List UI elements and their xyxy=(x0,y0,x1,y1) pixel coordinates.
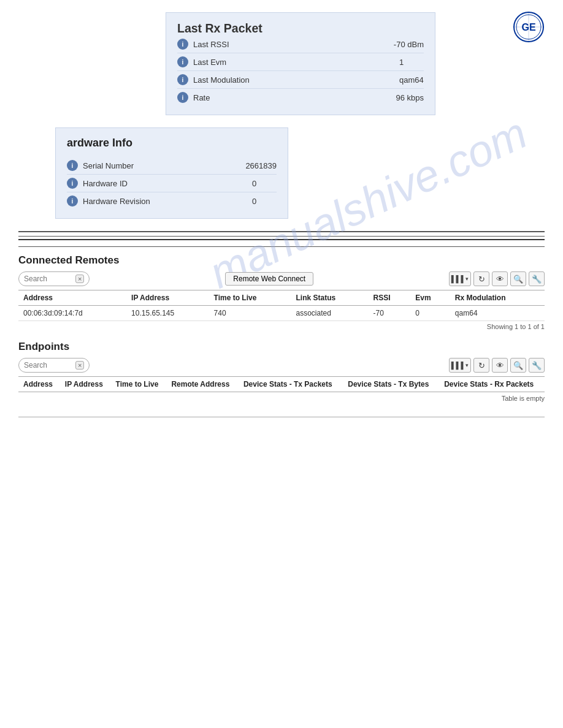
ep-col-device-stats-tx-packets: Device Stats - Tx Packets xyxy=(239,377,343,392)
col-time-to-live: Time to Live xyxy=(209,290,291,306)
info-icon-serial: i xyxy=(67,160,78,171)
label-last-rssi: Last RSSI xyxy=(193,40,357,49)
col-ip-address: IP Address xyxy=(126,290,209,306)
endpoints-search-icon[interactable]: 🔍 xyxy=(510,358,526,373)
remote-web-connect-button[interactable]: Remote Web Connect xyxy=(225,272,313,286)
row-rate: i Rate 96 kbps xyxy=(177,88,424,106)
endpoints-bars-icon: ▌▌▌ xyxy=(451,362,465,369)
col-link-status: Link Status xyxy=(291,290,369,306)
chevron-down-icon: ▾ xyxy=(465,276,469,282)
ep-col-device-stats-tx-bytes: Device Stats - Tx Bytes xyxy=(343,377,439,392)
info-icon-modulation: i xyxy=(177,74,188,85)
endpoints-title: Endpoints xyxy=(18,341,545,353)
endpoints-footer: Table is empty xyxy=(18,392,545,404)
wrench-icon[interactable]: 🔧 xyxy=(529,271,545,286)
row-last-rssi: i Last RSSI -70 dBm xyxy=(177,36,424,53)
label-hardware-id: Hardware ID xyxy=(83,179,215,188)
connected-remotes-search-box[interactable]: × xyxy=(18,271,90,286)
col-address: Address xyxy=(18,290,126,306)
ep-col-address: Address xyxy=(18,377,60,392)
endpoints-table: Address IP Address Time to Live Remote A… xyxy=(18,376,545,392)
endpoints-chevron-down-icon: ▾ xyxy=(465,362,469,368)
value-serial-number: 2661839 xyxy=(209,161,277,170)
connected-remotes-title: Connected Remotes xyxy=(18,254,545,267)
endpoints-toolbar-icons: ▌▌▌ ▾ ↻ 👁 🔍 🔧 xyxy=(449,358,545,373)
label-hardware-revision: Hardware Revision xyxy=(83,197,215,206)
cell-address: 00:06:3d:09:14:7d xyxy=(18,306,126,321)
info-icon-rssi: i xyxy=(177,39,188,50)
info-icon-hardware-revision: i xyxy=(67,195,78,207)
connected-remotes-section: Connected Remotes × Remote Web Connect ▌… xyxy=(18,254,545,404)
divider-3 xyxy=(18,239,545,240)
endpoints-section: Endpoints × ▌▌▌ ▾ ↻ 👁 🔍 🔧 xyxy=(18,341,545,404)
cell-rssi: -70 xyxy=(369,306,411,321)
table-header-row: Address IP Address Time to Live Link Sta… xyxy=(18,290,545,306)
label-serial-number: Serial Number xyxy=(83,161,209,170)
info-icon-rate: i xyxy=(177,92,188,103)
value-last-modulation: qam64 xyxy=(362,75,424,85)
cell-time-to-live: 740 xyxy=(209,306,291,321)
info-icon-hardware-id: i xyxy=(67,178,78,189)
endpoints-header-row: Address IP Address Time to Live Remote A… xyxy=(18,377,545,392)
ep-col-remote-address: Remote Address xyxy=(166,377,239,392)
connected-remotes-footer: Showing 1 to 1 of 1 xyxy=(18,321,545,332)
last-rx-packet-title: Last Rx Packet xyxy=(177,21,424,36)
connected-remotes-toolbar-icons: ▌▌▌ ▾ ↻ 👁 🔍 🔧 xyxy=(449,271,545,286)
row-hardware-revision: i Hardware Revision 0 xyxy=(67,192,277,210)
cell-evm: 0 xyxy=(410,306,450,321)
value-rate: 96 kbps xyxy=(359,93,424,102)
bottom-footer-line xyxy=(18,417,545,417)
value-hardware-id: 0 xyxy=(215,179,277,188)
col-rssi: RSSI xyxy=(369,290,411,306)
row-last-modulation: i Last Modulation qam64 xyxy=(177,70,424,88)
endpoints-search-clear[interactable]: × xyxy=(75,361,84,370)
endpoints-eye-icon[interactable]: 👁 xyxy=(492,358,508,373)
label-last-evm: Last Evm xyxy=(193,58,362,67)
divider-4 xyxy=(18,246,545,247)
bars-icon: ▌▌▌ xyxy=(451,275,465,282)
connected-remotes-search-input[interactable] xyxy=(24,275,73,283)
connected-remotes-search-clear[interactable]: × xyxy=(75,275,84,283)
divider-2 xyxy=(18,236,545,237)
hardware-info-title: ardware Info xyxy=(67,137,277,150)
cell-ip-address: 10.15.65.145 xyxy=(126,306,209,321)
value-last-rssi: -70 dBm xyxy=(357,40,424,49)
col-evm: Evm xyxy=(410,290,450,306)
ep-col-device-stats-rx-packets: Device Stats - Rx Packets xyxy=(439,377,545,392)
cell-rx-modulation: qam64 xyxy=(450,306,545,321)
table-row: 00:06:3d:09:14:7d 10.15.65.145 740 assoc… xyxy=(18,306,545,321)
row-last-evm: i Last Evm 1 xyxy=(177,53,424,70)
endpoints-search-box[interactable]: × xyxy=(18,358,90,373)
row-hardware-id: i Hardware ID 0 xyxy=(67,174,277,192)
row-serial-number: i Serial Number 2661839 xyxy=(67,157,277,174)
bars-chart-icon[interactable]: ▌▌▌ ▾ xyxy=(449,271,471,286)
last-rx-packet-box: Last Rx Packet i Last RSSI -70 dBm i Las… xyxy=(166,12,435,115)
eye-icon[interactable]: 👁 xyxy=(492,271,508,286)
endpoints-wrench-icon[interactable]: 🔧 xyxy=(529,358,545,373)
endpoints-search-input[interactable] xyxy=(24,361,73,370)
divider-1 xyxy=(18,231,545,232)
endpoints-toolbar: × ▌▌▌ ▾ ↻ 👁 🔍 🔧 xyxy=(18,358,545,373)
endpoints-refresh-icon[interactable]: ↻ xyxy=(473,358,489,373)
ep-col-ip-address: IP Address xyxy=(60,377,111,392)
label-last-modulation: Last Modulation xyxy=(193,75,362,85)
hardware-info-box: ardware Info i Serial Number 2661839 i H… xyxy=(55,127,288,219)
refresh-icon[interactable]: ↻ xyxy=(473,271,489,286)
endpoints-bars-chart-icon[interactable]: ▌▌▌ ▾ xyxy=(449,358,471,373)
value-hardware-revision: 0 xyxy=(215,197,277,206)
search-icon[interactable]: 🔍 xyxy=(510,271,526,286)
label-rate: Rate xyxy=(193,93,359,102)
info-icon-evm: i xyxy=(177,56,188,67)
value-last-evm: 1 xyxy=(362,58,424,67)
cell-link-status: associated xyxy=(291,306,369,321)
col-rx-modulation: Rx Modulation xyxy=(450,290,545,306)
connected-remotes-table: Address IP Address Time to Live Link Sta… xyxy=(18,290,545,321)
ep-col-time-to-live: Time to Live xyxy=(111,377,167,392)
connected-remotes-toolbar: × Remote Web Connect ▌▌▌ ▾ ↻ 👁 🔍 🔧 xyxy=(18,271,545,286)
